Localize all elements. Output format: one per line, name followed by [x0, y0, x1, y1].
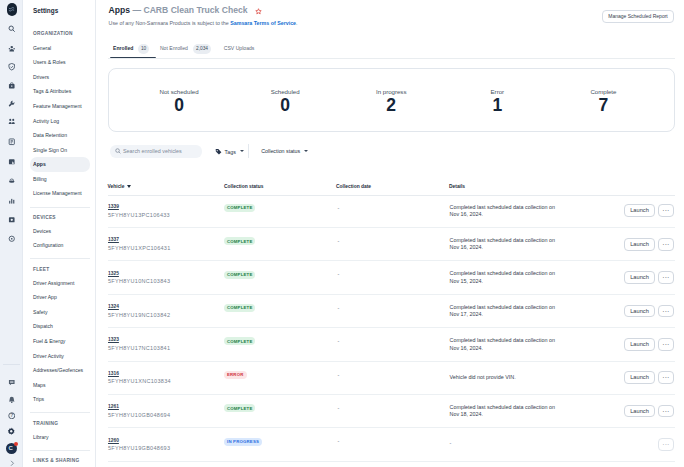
svg-text:?: ? [10, 413, 13, 418]
